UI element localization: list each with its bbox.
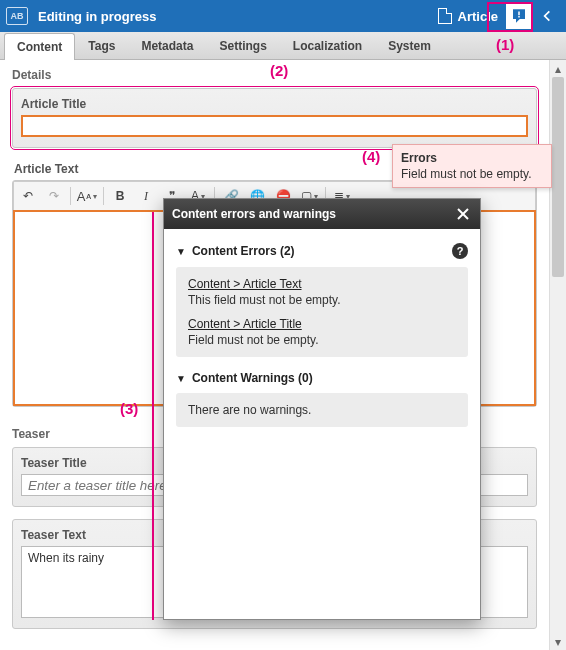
article-type-label: Article [458,9,498,24]
chevron-left-icon [540,9,554,23]
svg-rect-0 [518,12,520,16]
no-warnings-text: There are no warnings. [188,403,311,417]
error-link[interactable]: Content > Article Text [188,277,302,291]
error-link[interactable]: Content > Article Title [188,317,302,331]
error-tooltip-body: Field must not be empty. [401,167,543,181]
errors-panel-header[interactable]: Content errors and warnings [164,199,480,229]
error-tooltip-title: Errors [401,151,543,165]
tab-content[interactable]: Content [4,33,75,60]
error-message: This field must not be empty. [188,293,456,307]
undo-button[interactable]: ↶ [16,185,40,207]
content-warnings-title: Content Warnings (0) [192,371,313,385]
article-title-input[interactable] [21,115,528,137]
content-errors-list: Content > Article Text This field must n… [176,267,468,357]
content-warnings-header[interactable]: ▼ Content Warnings (0) [176,371,468,385]
section-details-header: Details [12,60,537,88]
help-icon[interactable]: ? [452,243,468,259]
caret-down-icon: ▼ [176,373,186,384]
app-logo-icon: AB [6,7,28,25]
tab-system[interactable]: System [375,32,444,59]
close-icon [457,208,469,220]
error-message: Field must not be empty. [188,333,456,347]
tab-localization[interactable]: Localization [280,32,375,59]
alert-icon [510,7,528,25]
errors-panel: Content errors and warnings ▼ Content Er… [163,198,481,620]
article-title-label: Article Title [21,95,528,115]
collapse-button[interactable] [534,3,560,29]
tab-bar: Content Tags Metadata Settings Localizat… [0,32,566,60]
bold-button[interactable]: B [108,185,132,207]
redo-button[interactable]: ↷ [42,185,66,207]
content-warnings-list: There are no warnings. [176,393,468,427]
scroll-down-button[interactable]: ▾ [550,633,566,650]
article-title-group: Article Title [12,88,537,148]
errors-panel-body: ▼ Content Errors (2) ? Content > Article… [164,229,480,451]
errors-indicator-button[interactable] [506,3,532,29]
error-tooltip: Errors Field must not be empty. [392,144,552,188]
caret-down-icon: ▼ [176,246,186,257]
scroll-track[interactable] [550,77,566,633]
document-icon [438,8,452,24]
font-size-menu[interactable]: Aᴀ [75,185,99,207]
svg-rect-1 [518,16,520,18]
scroll-thumb[interactable] [552,77,564,277]
errors-panel-title: Content errors and warnings [172,207,336,221]
page-title: Editing in progress [38,9,156,24]
close-button[interactable] [454,205,472,223]
italic-button[interactable]: I [134,185,158,207]
content-errors-header[interactable]: ▼ Content Errors (2) ? [176,243,468,259]
article-type-button[interactable]: Article [438,8,498,24]
tab-metadata[interactable]: Metadata [128,32,206,59]
tab-settings[interactable]: Settings [206,32,279,59]
scroll-up-button[interactable]: ▴ [550,60,566,77]
tab-tags[interactable]: Tags [75,32,128,59]
top-bar: AB Editing in progress Article [0,0,566,32]
content-errors-title: Content Errors (2) [192,244,295,258]
